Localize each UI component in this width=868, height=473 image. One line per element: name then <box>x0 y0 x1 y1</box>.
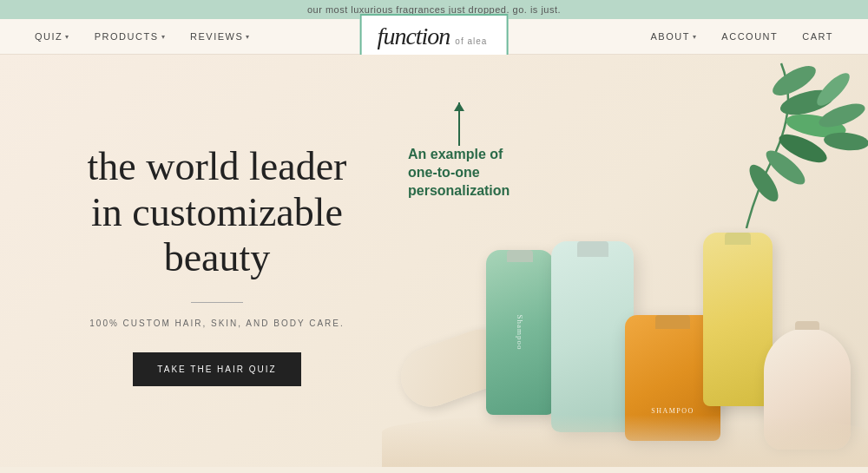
nav-item-reviews[interactable]: REVIEWS ▾ <box>190 31 251 42</box>
site-logo[interactable]: function of alea <box>360 14 509 59</box>
nav-item-quiz[interactable]: QUIZ ▾ <box>35 31 70 42</box>
annotation-arrow-up-icon <box>458 102 460 146</box>
nav-right: ABOUT ▾ ACCOUNT CART <box>650 31 833 42</box>
nav-item-cart[interactable]: CART <box>802 31 833 42</box>
chevron-down-icon: ▾ <box>246 33 251 41</box>
hero-divider <box>191 302 243 303</box>
hero-section: the world leaderin customizablebeauty 10… <box>0 55 868 467</box>
nav-item-about[interactable]: ABOUT ▾ <box>650 31 697 42</box>
nav-item-account[interactable]: ACCOUNT <box>721 31 778 42</box>
hero-subtitle: 100% CUSTOM HAIR, SKIN, AND BODY CARE. <box>52 319 382 328</box>
bottle-mint: Shampoo <box>486 250 554 415</box>
bottle-yellow <box>703 233 773 406</box>
take-quiz-button[interactable]: TAKE THE HAIR QUIZ <box>133 352 300 386</box>
shelf-surface <box>382 415 868 467</box>
logo-main-text: function <box>378 23 450 50</box>
annotation-description: An example ofone-to-onepersonalization <box>408 146 510 200</box>
chevron-down-icon: ▾ <box>693 33 698 41</box>
chevron-down-icon: ▾ <box>161 33 167 41</box>
nav-item-products[interactable]: PRODUCTS ▾ <box>95 31 166 42</box>
bottle-mint-label: Shampoo <box>516 314 524 350</box>
chevron-down-icon: ▾ <box>65 33 70 41</box>
navigation: QUIZ ▾ PRODUCTS ▾ REVIEWS ▾ function of … <box>0 19 868 55</box>
nav-left: QUIZ ▾ PRODUCTS ▾ REVIEWS ▾ <box>35 31 251 42</box>
hero-headline: the world leaderin customizablebeauty <box>52 144 382 282</box>
annotation-callout: An example ofone-to-onepersonalization <box>408 102 510 203</box>
hero-product-area: An example ofone-to-onepersonalization <box>382 55 868 467</box>
bottle-pale-mint <box>551 241 634 432</box>
logo-sub-text: of alea <box>455 36 487 46</box>
hero-content-left: the world leaderin customizablebeauty 10… <box>0 55 382 467</box>
bottle-orange-label: SHAMPOO <box>651 407 694 415</box>
